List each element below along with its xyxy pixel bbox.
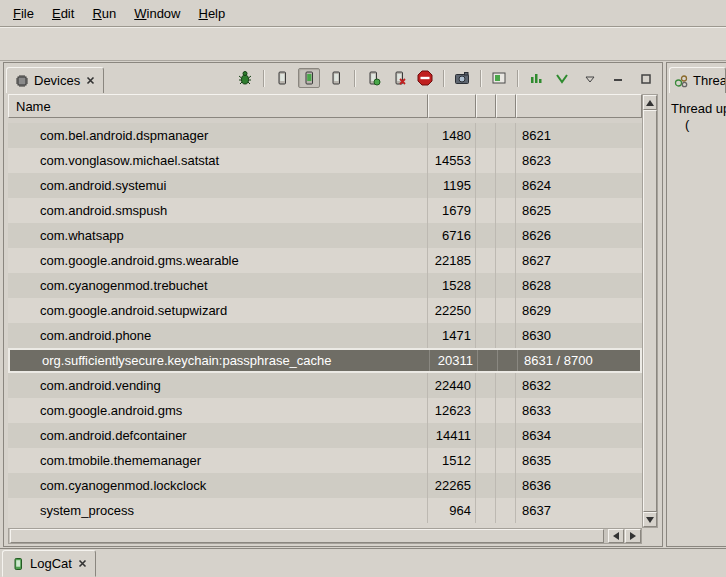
threads-panel: Threa Thread up ( bbox=[666, 62, 726, 547]
process-pid: 1512 bbox=[428, 448, 476, 473]
device-table: Name com.bel.android.dspmanager 1480 862… bbox=[8, 94, 658, 544]
table-row[interactable]: com.android.defcontainer 14411 8634 bbox=[8, 423, 642, 448]
process-col3 bbox=[476, 123, 496, 148]
menu-edit[interactable]: Edit bbox=[43, 3, 83, 24]
devices-tab-label: Devices bbox=[34, 73, 80, 88]
process-col4 bbox=[496, 473, 516, 498]
process-name: com.vonglasow.michael.satstat bbox=[8, 148, 428, 173]
scroll-down-icon[interactable] bbox=[643, 512, 657, 527]
column-header-name[interactable]: Name bbox=[8, 94, 428, 118]
process-pid: 22265 bbox=[428, 473, 476, 498]
process-col3 bbox=[476, 298, 496, 323]
process-col4 bbox=[496, 273, 516, 298]
menu-help[interactable]: Help bbox=[189, 3, 234, 24]
minimize-icon[interactable] bbox=[608, 70, 628, 88]
threads-message-line2: ( bbox=[671, 117, 726, 133]
close-icon[interactable] bbox=[85, 75, 96, 86]
process-pid: 1195 bbox=[428, 173, 476, 198]
maximize-icon[interactable] bbox=[636, 70, 656, 88]
process-name: com.google.android.setupwizard bbox=[8, 298, 428, 323]
horizontal-scrollbar[interactable] bbox=[8, 528, 642, 544]
table-row[interactable]: com.whatsapp 6716 8626 bbox=[8, 223, 642, 248]
scrollbar-corner bbox=[642, 528, 658, 544]
process-port: 8630 bbox=[516, 323, 642, 348]
process-col4 bbox=[498, 350, 518, 371]
thread-updates-icon[interactable] bbox=[526, 69, 546, 87]
table-row[interactable]: com.google.android.setupwizard 22250 862… bbox=[8, 298, 642, 323]
update-heap-icon[interactable] bbox=[363, 69, 383, 87]
devices-tab-icon bbox=[14, 72, 29, 90]
table-row[interactable]: com.tmobile.thememanager 1512 8635 bbox=[8, 448, 642, 473]
process-col3 bbox=[476, 448, 496, 473]
process-port: 8637 bbox=[516, 498, 642, 523]
stop-icon[interactable] bbox=[415, 69, 435, 87]
debug-icon[interactable] bbox=[235, 69, 255, 87]
process-col4 bbox=[496, 148, 516, 173]
tab-logcat[interactable]: LogCat bbox=[2, 550, 96, 577]
process-port: 8633 bbox=[516, 398, 642, 423]
column-header-pid[interactable] bbox=[428, 94, 476, 118]
process-col4 bbox=[496, 398, 516, 423]
vertical-scrollbar[interactable] bbox=[642, 94, 658, 528]
process-col3 bbox=[476, 423, 496, 448]
process-col4 bbox=[496, 448, 516, 473]
process-name: com.tmobile.thememanager bbox=[8, 448, 428, 473]
process-port: 8624 bbox=[516, 173, 642, 198]
process-col3 bbox=[476, 473, 496, 498]
device-online-icon[interactable] bbox=[298, 68, 320, 88]
process-col3 bbox=[476, 148, 496, 173]
table-row[interactable]: com.cyanogenmod.trebuchet 1528 8628 bbox=[8, 273, 642, 298]
menu-window[interactable]: Window bbox=[125, 3, 189, 24]
process-col4 bbox=[496, 198, 516, 223]
process-name: com.android.defcontainer bbox=[8, 423, 428, 448]
menu-file[interactable]: File bbox=[4, 3, 43, 24]
table-row[interactable]: system_process 964 8637 bbox=[8, 498, 642, 523]
main-toolbar-strip bbox=[0, 27, 726, 61]
threads-tab-row: Threa bbox=[667, 63, 726, 93]
column-header-port[interactable] bbox=[516, 94, 642, 118]
device-plain-icon[interactable] bbox=[326, 69, 346, 87]
column-header-c3[interactable] bbox=[476, 94, 496, 118]
process-col3 bbox=[476, 198, 496, 223]
tab-threads[interactable]: Threa bbox=[669, 67, 726, 93]
table-row[interactable]: com.bel.android.dspmanager 1480 8621 bbox=[8, 123, 642, 148]
menu-run[interactable]: Run bbox=[83, 3, 125, 24]
table-row[interactable]: com.android.vending 22440 8632 bbox=[8, 373, 642, 398]
process-pid: 22250 bbox=[428, 298, 476, 323]
table-row[interactable]: org.sufficientlysecure.keychain:passphra… bbox=[8, 348, 642, 373]
devices-toolbar bbox=[235, 68, 580, 93]
process-col3 bbox=[476, 323, 496, 348]
table-row[interactable]: com.android.smspush 1679 8625 bbox=[8, 198, 642, 223]
process-port: 8629 bbox=[516, 298, 642, 323]
tab-devices[interactable]: Devices bbox=[6, 67, 104, 93]
logcat-tab-label: LogCat bbox=[30, 556, 72, 571]
process-pid: 14411 bbox=[428, 423, 476, 448]
table-row[interactable]: com.google.android.gms.wearable 22185 86… bbox=[8, 248, 642, 273]
scroll-right-icon[interactable] bbox=[625, 529, 641, 543]
close-icon[interactable] bbox=[77, 558, 88, 569]
view-menu-icon[interactable] bbox=[580, 70, 600, 88]
horizontal-scroll-thumb[interactable] bbox=[10, 529, 604, 543]
device-icon[interactable] bbox=[272, 69, 292, 87]
heap-updates-icon[interactable] bbox=[552, 69, 572, 87]
table-row[interactable]: com.android.systemui 1195 8624 bbox=[8, 173, 642, 198]
process-port: 8621 bbox=[516, 123, 642, 148]
device-view-icon[interactable] bbox=[489, 69, 509, 87]
table-row[interactable]: com.vonglasow.michael.satstat 14553 8623 bbox=[8, 148, 642, 173]
table-row[interactable]: com.android.phone 1471 8630 bbox=[8, 323, 642, 348]
process-pid: 964 bbox=[428, 498, 476, 523]
column-header-c4[interactable] bbox=[496, 94, 516, 118]
table-row[interactable]: com.google.android.gms 12623 8633 bbox=[8, 398, 642, 423]
toolbar-separator bbox=[263, 70, 264, 87]
screenshot-icon[interactable] bbox=[452, 69, 472, 87]
scroll-left-icon[interactable] bbox=[608, 529, 624, 543]
process-col4 bbox=[496, 323, 516, 348]
vertical-scroll-thumb[interactable] bbox=[643, 110, 657, 512]
process-pid: 6716 bbox=[428, 223, 476, 248]
process-col4 bbox=[496, 423, 516, 448]
dump-hprof-icon[interactable] bbox=[389, 69, 409, 87]
table-row[interactable]: com.cyanogenmod.lockclock 22265 8636 bbox=[8, 473, 642, 498]
process-col3 bbox=[476, 223, 496, 248]
process-port: 8625 bbox=[516, 198, 642, 223]
scroll-up-icon[interactable] bbox=[643, 95, 657, 110]
